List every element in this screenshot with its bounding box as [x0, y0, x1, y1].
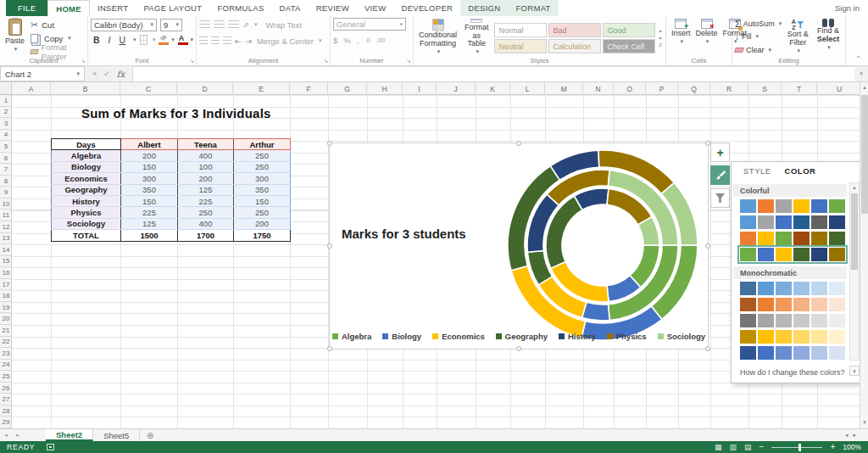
row-header-21[interactable]: 21 — [0, 325, 12, 337]
row-header-27[interactable]: 27 — [0, 394, 12, 405]
borders-button[interactable] — [140, 35, 147, 45]
subject-cell[interactable]: Geography — [52, 184, 121, 195]
panel-tab-color[interactable]: COLOR — [785, 166, 816, 176]
underline-button[interactable]: U — [117, 35, 129, 45]
align-middle-icon[interactable] — [214, 20, 225, 29]
row-header-5[interactable]: 5 — [0, 141, 12, 153]
paste-button[interactable]: Paste ▾ — [3, 18, 27, 56]
table-header-arthur[interactable]: Arthur — [234, 139, 291, 150]
value-cell[interactable]: 225 — [178, 195, 234, 206]
column-header-U[interactable]: U — [817, 82, 862, 95]
row-header-13[interactable]: 13 — [0, 233, 12, 245]
row-header-29[interactable]: 29 — [0, 417, 12, 428]
cell-style-good[interactable]: Good — [603, 23, 655, 37]
align-top-icon[interactable] — [199, 20, 210, 29]
value-cell[interactable]: 400 — [178, 218, 234, 229]
palette-row-monochromatic-4[interactable] — [740, 330, 845, 344]
column-header-O[interactable]: O — [614, 82, 646, 95]
name-box[interactable]: Chart 2▾ — [0, 66, 85, 81]
row-header-24[interactable]: 24 — [0, 360, 12, 372]
row-header-12[interactable]: 12 — [0, 221, 12, 233]
chart-selection-handle[interactable] — [327, 243, 332, 249]
chart-filters-button[interactable] — [710, 188, 730, 208]
ribbon-tab-developer[interactable]: DEVELOPER — [393, 0, 460, 16]
row-header-19[interactable]: 19 — [0, 302, 12, 314]
chart-selection-handle[interactable] — [327, 141, 332, 146]
legend-item-geography[interactable]: Geography — [496, 332, 548, 341]
subject-cell[interactable]: Biology — [52, 161, 121, 172]
clipboard-dialog-launcher[interactable]: ↘ — [81, 58, 86, 64]
page-layout-view-icon[interactable]: ▥ — [730, 443, 737, 451]
chart-elements-button[interactable]: + — [710, 143, 730, 162]
row-header-10[interactable]: 10 — [0, 199, 12, 210]
palette-row-colorful-3[interactable] — [740, 232, 845, 245]
value-cell[interactable]: 150 — [234, 195, 291, 206]
zoom-out-button[interactable]: − — [760, 443, 765, 451]
column-header-L[interactable]: L — [510, 82, 545, 95]
row-header-9[interactable]: 9 — [0, 187, 12, 199]
palette-row-colorful-4[interactable] — [740, 248, 845, 261]
table-row[interactable]: Sociology125400200 — [52, 218, 291, 229]
total-label-cell[interactable]: TOTAL — [52, 230, 121, 241]
row-header-23[interactable]: 23 — [0, 348, 12, 360]
chart-selection-handle[interactable] — [705, 346, 710, 351]
zoom-slider[interactable] — [771, 447, 822, 448]
align-bottom-icon[interactable] — [228, 20, 239, 29]
total-value-cell[interactable]: 1750 — [234, 230, 291, 241]
chart-styles-button[interactable] — [710, 165, 730, 185]
ribbon-tab-data[interactable]: DATA — [272, 0, 309, 16]
percent-button[interactable]: % — [343, 36, 350, 45]
column-headers[interactable]: ABCDEFGHIJKLMNOPQRSTU — [0, 82, 860, 95]
column-header-K[interactable]: K — [476, 82, 510, 95]
value-cell[interactable]: 150 — [121, 161, 178, 172]
column-header-B[interactable]: B — [51, 82, 120, 95]
total-value-cell[interactable]: 1700 — [178, 230, 234, 241]
value-cell[interactable]: 350 — [234, 184, 291, 195]
table-header-albert[interactable]: Albert — [121, 139, 178, 150]
row-header-1[interactable]: 1 — [0, 95, 12, 107]
row-header-26[interactable]: 26 — [0, 383, 12, 394]
column-header-R[interactable]: R — [710, 82, 748, 95]
paste-dropdown-arrow[interactable]: ▾ — [14, 46, 18, 53]
fill-color-button[interactable] — [159, 35, 166, 45]
row-header-22[interactable]: 22 — [0, 337, 12, 349]
delete-cells-button[interactable]: Delete▾ — [693, 18, 721, 56]
column-header-A[interactable]: A — [12, 82, 51, 95]
zoom-in-button[interactable]: + — [830, 443, 835, 451]
align-center-icon[interactable] — [211, 36, 220, 45]
column-header-E[interactable]: E — [233, 82, 290, 95]
column-header-M[interactable]: M — [545, 82, 583, 95]
value-cell[interactable]: 125 — [178, 184, 234, 195]
palette-row-monochromatic-1[interactable] — [740, 282, 845, 295]
panel-scroll-up-icon[interactable]: ▲ — [850, 183, 859, 193]
row-headers[interactable]: 1234567891011121314151617181920212223242… — [0, 95, 12, 428]
row-header-8[interactable]: 8 — [0, 176, 12, 187]
chart-title[interactable]: Marks for 3 students — [342, 226, 466, 241]
total-value-cell[interactable]: 1500 — [121, 230, 178, 241]
align-right-icon[interactable] — [223, 36, 231, 45]
select-all-corner[interactable] — [0, 82, 12, 95]
cell-style-bad[interactable]: Bad — [548, 23, 601, 37]
subject-cell[interactable]: Economics — [52, 173, 121, 184]
alignment-dialog-launcher[interactable]: ↘ — [323, 58, 328, 64]
decrease-decimal-button[interactable]: .00 — [376, 36, 385, 44]
autosum-button[interactable]: ΣAutoSum▾ — [735, 18, 782, 30]
tab-scroll-left-icon[interactable]: ◂ — [0, 429, 12, 441]
panel-scroll-thumb[interactable] — [851, 193, 858, 270]
increase-decimal-button[interactable]: .0 — [364, 36, 370, 44]
expand-formula-bar-icon[interactable]: ▾ — [854, 66, 868, 81]
scroll-down-icon[interactable]: ▼ — [860, 417, 868, 428]
macro-record-icon[interactable] — [47, 444, 54, 450]
value-cell[interactable]: 125 — [121, 218, 178, 229]
currency-button[interactable]: $ — [333, 36, 337, 45]
row-header-11[interactable]: 11 — [0, 210, 12, 222]
column-header-Q[interactable]: Q — [678, 82, 710, 95]
chart-selection-handle[interactable] — [327, 346, 332, 351]
italic-button[interactable]: I — [106, 35, 114, 45]
legend-item-sociology[interactable]: Sociology — [658, 332, 705, 341]
format-as-table-button[interactable]: Format as Table▾ — [462, 18, 492, 56]
comma-button[interactable]: , — [357, 36, 359, 45]
number-dialog-launcher[interactable]: ↘ — [406, 58, 411, 64]
value-cell[interactable]: 250 — [234, 150, 291, 161]
column-header-N[interactable]: N — [583, 82, 614, 95]
